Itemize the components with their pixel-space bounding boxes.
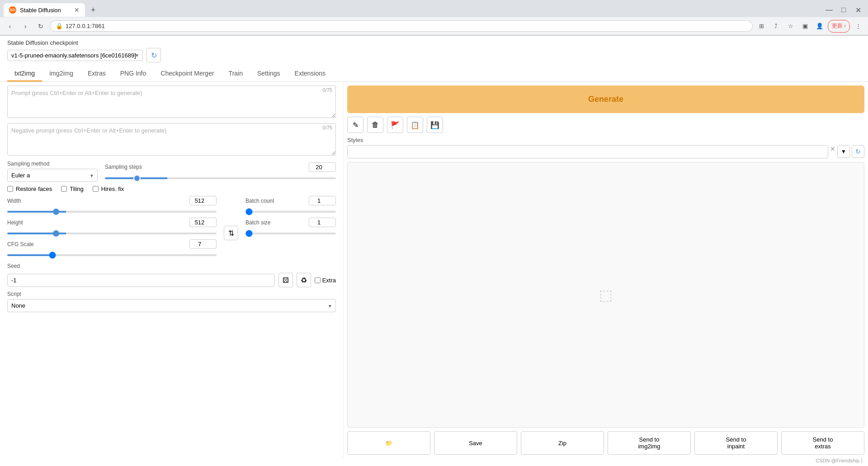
translate-btn[interactable]: ⊞	[755, 20, 768, 33]
styles-section: Styles ✕ ▼ ↻	[347, 137, 864, 158]
send-to-img2img-btn[interactable]: Send to img2img	[608, 431, 691, 455]
styles-input[interactable]	[347, 145, 828, 158]
script-label: Script	[7, 291, 336, 297]
script-select-wrapper: None	[7, 299, 336, 312]
styles-refresh-btn[interactable]: ↻	[852, 145, 864, 158]
nav-bar: ‹ › ↻ 🔒 127.0.0.1:7861 ⊞ ⤴ ☆ ▣ 👤 更新 › ⋮	[0, 17, 868, 35]
height-value[interactable]	[189, 218, 217, 227]
tab-train[interactable]: Train	[222, 66, 250, 81]
seed-section: Seed ⚄ ♻ Extra	[7, 263, 336, 287]
tab-txt2img[interactable]: txt2img	[7, 66, 42, 81]
profile-btn[interactable]: 👤	[813, 20, 826, 33]
seed-dice-btn[interactable]: ⚄	[278, 273, 293, 287]
width-group: Width	[7, 196, 217, 214]
batch-size-label: Batch size	[245, 219, 270, 226]
trash-btn[interactable]: 🗑	[367, 117, 383, 133]
save-style-btn[interactable]: 💾	[427, 117, 443, 133]
share-btn[interactable]: ⤴	[770, 20, 783, 33]
window-controls: — □ ✕	[823, 4, 864, 16]
batch-size-group: Batch size	[245, 218, 336, 236]
browser-actions: ⊞ ⤴ ☆ ▣ 👤 更新 › ⋮	[755, 20, 864, 33]
active-tab[interactable]: SD Stable Diffusion ✕	[4, 3, 85, 17]
swap-dimensions-btn[interactable]: ⇅	[224, 226, 238, 240]
hires-fix-input[interactable]	[93, 186, 99, 192]
styles-input-row: ✕ ▼ ↻	[347, 145, 864, 158]
flag-btn[interactable]: 🚩	[387, 117, 403, 133]
tiling-checkbox[interactable]: Tiling	[61, 185, 84, 192]
cfg-value[interactable]	[189, 239, 217, 249]
sampling-steps-label: Sampling steps	[105, 164, 142, 170]
sampling-method-group: Sampling method Euler a	[7, 161, 98, 182]
bookmark-btn[interactable]: ☆	[784, 20, 797, 33]
checkbox-row: Restore faces Tiling Hires. fix	[7, 185, 336, 192]
positive-prompt-input[interactable]	[7, 86, 336, 118]
tab-checkpoint[interactable]: Checkpoint Merger	[153, 66, 221, 81]
tab-extras[interactable]: Extras	[80, 66, 113, 81]
extra-input[interactable]	[315, 277, 321, 283]
batch-count-value[interactable]	[309, 196, 336, 205]
sampling-steps-slider[interactable]	[105, 177, 336, 179]
seed-recycle-btn[interactable]: ♻	[297, 273, 311, 287]
image-actions: 📁 Save Zip Send to img2img Send to inpai…	[347, 431, 864, 455]
minimize-btn[interactable]: —	[823, 4, 835, 16]
hires-fix-label: Hires. fix	[101, 185, 124, 192]
app-container: Stable Diffusion checkpoint v1-5-pruned-…	[0, 36, 868, 466]
refresh-btn[interactable]: ↻	[34, 20, 47, 33]
width-label: Width	[7, 198, 21, 204]
width-slider[interactable]	[7, 211, 217, 213]
seed-input[interactable]	[7, 274, 275, 287]
update-btn[interactable]: 更新 ›	[828, 20, 850, 33]
checkpoint-refresh-btn[interactable]: ↻	[146, 48, 161, 62]
batch-size-header: Batch size	[245, 218, 336, 227]
zip-btn[interactable]: Zip	[521, 431, 604, 455]
back-btn[interactable]: ‹	[4, 20, 16, 33]
tiling-input[interactable]	[61, 186, 67, 192]
sidebar-btn[interactable]: ▣	[799, 20, 811, 33]
open-folder-btn[interactable]: 📁	[347, 431, 430, 455]
generate-btn[interactable]: Generate	[347, 86, 864, 113]
extra-checkbox[interactable]: Extra	[315, 277, 336, 284]
width-value[interactable]	[189, 196, 217, 205]
tab-pnginfo[interactable]: PNG Info	[113, 66, 154, 81]
send-to-extras-btn[interactable]: Send to extras	[781, 431, 864, 455]
address-bar[interactable]: 🔒 127.0.0.1:7861	[50, 20, 753, 32]
batch-count-slider[interactable]	[245, 211, 336, 213]
tab-img2img[interactable]: img2img	[42, 66, 80, 81]
hires-fix-checkbox[interactable]: Hires. fix	[93, 185, 124, 192]
script-select[interactable]: None	[7, 299, 336, 312]
height-slider[interactable]	[7, 233, 217, 234]
cfg-slider[interactable]	[7, 254, 217, 256]
sampling-steps-value[interactable]	[309, 162, 336, 172]
maximize-btn[interactable]: □	[837, 4, 850, 16]
checkpoint-select[interactable]: v1-5-pruned-emaonly.safetensors [6ce0161…	[7, 50, 143, 61]
clipboard-btn[interactable]: 📋	[407, 117, 423, 133]
restore-faces-input[interactable]	[7, 186, 13, 192]
styles-dropdown-btn[interactable]: ▼	[837, 145, 850, 158]
cfg-header: CFG Scale	[7, 239, 217, 249]
batch-count-header: Batch count	[245, 196, 336, 205]
tab-close-btn[interactable]: ✕	[74, 6, 80, 14]
tab-settings[interactable]: Settings	[250, 66, 288, 81]
new-tab-btn[interactable]: +	[87, 4, 99, 16]
sampling-method-select[interactable]: Euler a	[7, 169, 98, 182]
styles-label: Styles	[347, 137, 864, 143]
pencil-btn[interactable]: ✎	[347, 117, 363, 133]
batch-size-value[interactable]	[309, 218, 336, 227]
address-text: 127.0.0.1:7861	[66, 23, 747, 29]
width-header: Width	[7, 196, 217, 205]
tab-extensions[interactable]: Extensions	[288, 66, 333, 81]
negative-prompt-input[interactable]	[7, 123, 336, 156]
restore-faces-checkbox[interactable]: Restore faces	[7, 185, 52, 192]
styles-clear-btn[interactable]: ✕	[830, 145, 835, 158]
save-btn[interactable]: Save	[434, 431, 517, 455]
seed-label: Seed	[7, 263, 336, 269]
batch-size-slider[interactable]	[245, 233, 336, 234]
close-btn[interactable]: ✕	[852, 4, 864, 16]
batch-count-group: Batch count	[245, 196, 336, 214]
forward-btn[interactable]: ›	[19, 20, 32, 33]
main-content: 0/75 0/75 Sampling method Euler a	[0, 82, 868, 458]
negative-prompt-counter: 0/75	[323, 125, 332, 130]
menu-btn[interactable]: ⋮	[852, 20, 864, 33]
right-panel: Generate ✎ 🗑 🚩 📋 💾 Styles ✕ ▼ ↻	[344, 82, 868, 458]
send-to-inpaint-btn[interactable]: Send to inpaint	[694, 431, 778, 455]
